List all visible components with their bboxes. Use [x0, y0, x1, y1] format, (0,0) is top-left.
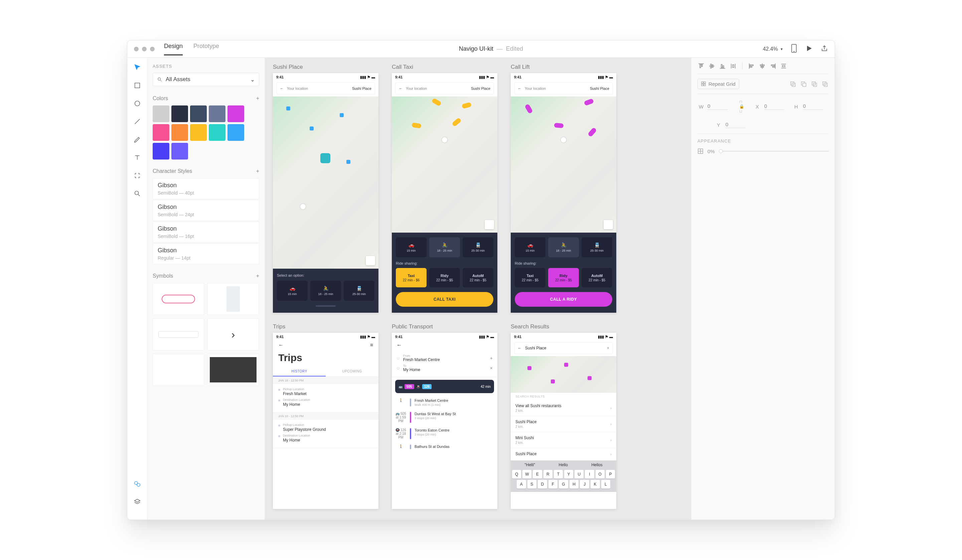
- maximize-dot[interactable]: [150, 47, 155, 51]
- bool-intersect-icon[interactable]: [811, 80, 818, 88]
- color-swatch[interactable]: [228, 124, 244, 141]
- ride-option: Taxi22 min - $5: [515, 268, 546, 287]
- canvas[interactable]: Sushi Place 9:41▮▮▮ ⚑ ▬ ← Your location …: [265, 58, 691, 520]
- artboard-title[interactable]: Trips: [273, 323, 378, 330]
- artboard-search-results[interactable]: Search Results 9:41▮▮▮ ⚑ ▬ ← Sushi Place…: [511, 323, 616, 509]
- select-tool-icon[interactable]: [132, 63, 142, 72]
- artboard-sushi-place[interactable]: Sushi Place 9:41▮▮▮ ⚑ ▬ ← Your location …: [273, 64, 378, 313]
- device-preview-icon[interactable]: [791, 44, 797, 54]
- repeat-grid-label: Repeat Grid: [709, 81, 736, 87]
- layers-panel-icon[interactable]: [132, 497, 142, 507]
- character-style[interactable]: GibsonSemiBold — 40pt: [153, 178, 259, 199]
- opacity-control[interactable]: 0%: [697, 148, 829, 154]
- text-tool-icon[interactable]: [132, 153, 142, 163]
- artboard-trips[interactable]: Trips 9:41▮▮▮ ⚑ ▬ ←≡ Trips HISTORY UPCOM…: [273, 323, 378, 509]
- rectangle-tool-icon[interactable]: [132, 80, 142, 90]
- artboard-call-taxi[interactable]: Call Taxi 9:41▮▮▮ ⚑ ▬ ←Your locationSush…: [392, 64, 497, 313]
- color-swatch[interactable]: [209, 105, 226, 122]
- close-dot[interactable]: [134, 47, 139, 51]
- svg-point-10: [158, 78, 161, 80]
- color-swatch[interactable]: [153, 124, 169, 141]
- y-field[interactable]: Y0: [717, 121, 746, 128]
- color-swatch[interactable]: [153, 105, 169, 122]
- tab-design[interactable]: Design: [164, 43, 183, 55]
- symbol-thumb[interactable]: [207, 354, 259, 386]
- artboard-title[interactable]: Public Transport: [392, 323, 497, 330]
- height-field[interactable]: H0: [794, 100, 823, 113]
- time-option: 🚆25-30 min: [463, 237, 493, 257]
- align-left-icon[interactable]: [748, 63, 755, 70]
- symbols-section-header: Symbols +: [153, 273, 259, 279]
- pen-tool-icon[interactable]: [132, 135, 142, 145]
- color-swatch[interactable]: [171, 143, 188, 159]
- window-controls[interactable]: [134, 47, 155, 51]
- symbols-label: Symbols: [153, 273, 173, 279]
- add-color-icon[interactable]: +: [256, 95, 259, 101]
- align-vcenter-icon[interactable]: [708, 63, 715, 70]
- symbol-thumb[interactable]: [153, 354, 204, 386]
- width-field[interactable]: W0: [699, 100, 728, 113]
- align-bottom-icon[interactable]: [719, 63, 726, 70]
- opacity-slider[interactable]: [719, 151, 829, 151]
- assets-panel-icon[interactable]: [132, 479, 142, 489]
- symbol-thumb[interactable]: [207, 283, 259, 315]
- play-icon[interactable]: [805, 45, 813, 53]
- artboard-title[interactable]: Call Taxi: [392, 64, 497, 71]
- bool-union-icon[interactable]: [789, 80, 797, 88]
- svg-rect-35: [782, 65, 785, 67]
- color-swatch[interactable]: [190, 105, 207, 122]
- doc-status-sep: —: [495, 45, 504, 52]
- share-icon[interactable]: [821, 45, 828, 53]
- color-swatch[interactable]: [228, 105, 244, 122]
- tab-prototype[interactable]: Prototype: [194, 43, 219, 55]
- recenter-button: [366, 256, 375, 266]
- assets-panel: ASSETS All Assets ⌄ Colors + Character S…: [147, 58, 265, 520]
- route-summary: 🚌505 🚇126 42 min: [395, 380, 494, 393]
- repeat-grid-button[interactable]: Repeat Grid: [697, 79, 739, 89]
- add-charstyle-icon[interactable]: +: [256, 168, 259, 174]
- route-step: 🚶Bathurs St at Dundas: [395, 442, 494, 452]
- zoom-tool-icon[interactable]: [132, 188, 142, 199]
- time-option: 🚴18 - 25 min: [429, 237, 460, 257]
- artboard-title[interactable]: Search Results: [511, 323, 616, 330]
- color-swatch[interactable]: [153, 143, 169, 159]
- color-swatch[interactable]: [171, 105, 188, 122]
- svg-rect-40: [791, 82, 794, 85]
- align-hcenter-icon[interactable]: [759, 63, 766, 70]
- lock-aspect-icon[interactable]: ⊓🔒⊔: [738, 100, 746, 113]
- appearance-header: APPEARANCE: [697, 138, 829, 143]
- assets-filter[interactable]: All Assets ⌄: [153, 73, 259, 86]
- character-style[interactable]: GibsonRegular — 14pt: [153, 243, 259, 264]
- color-swatch[interactable]: [171, 124, 188, 141]
- add-symbol-icon[interactable]: +: [256, 273, 259, 279]
- time-option: 🚗15 min: [277, 281, 308, 301]
- symbol-thumb[interactable]: ›: [207, 319, 259, 351]
- bool-exclude-icon[interactable]: [822, 80, 829, 88]
- search-icon: [157, 77, 162, 82]
- artboard-title[interactable]: Call Lift: [511, 64, 616, 71]
- distribute-h-icon[interactable]: [780, 63, 787, 70]
- align-top-icon[interactable]: [697, 63, 705, 70]
- minimize-dot[interactable]: [142, 47, 147, 51]
- artboard-tool-icon[interactable]: [132, 171, 142, 180]
- zoom-control[interactable]: 42.4% ▾: [763, 46, 783, 52]
- artboard-call-lift[interactable]: Call Lift 9:41▮▮▮ ⚑ ▬ ←Your locationSush…: [511, 64, 616, 313]
- x-field[interactable]: X0: [755, 100, 784, 113]
- line-tool-icon[interactable]: [132, 116, 142, 127]
- artboard-public-transport[interactable]: Public Transport 9:41▮▮▮ ⚑ ▬ ← ○FromFres…: [392, 323, 497, 509]
- symbol-thumb[interactable]: [153, 319, 204, 351]
- distribute-v-icon[interactable]: [730, 63, 737, 70]
- color-swatch[interactable]: [209, 124, 226, 141]
- back-arrow-icon: ←: [397, 342, 402, 348]
- align-right-icon[interactable]: [769, 63, 776, 70]
- ellipse-tool-icon[interactable]: [132, 98, 142, 108]
- clear-icon: ×: [607, 346, 609, 351]
- character-style[interactable]: GibsonSemiBold — 16pt: [153, 222, 259, 243]
- title-right: 42.4% ▾: [763, 44, 828, 54]
- artboard-title[interactable]: Sushi Place: [273, 64, 378, 71]
- color-swatch[interactable]: [190, 124, 207, 141]
- status-bar: 9:41▮▮▮ ⚑ ▬: [511, 73, 616, 81]
- character-style[interactable]: GibsonSemiBold — 24pt: [153, 200, 259, 221]
- symbol-thumb[interactable]: [153, 283, 204, 315]
- bool-subtract-icon[interactable]: [800, 80, 807, 88]
